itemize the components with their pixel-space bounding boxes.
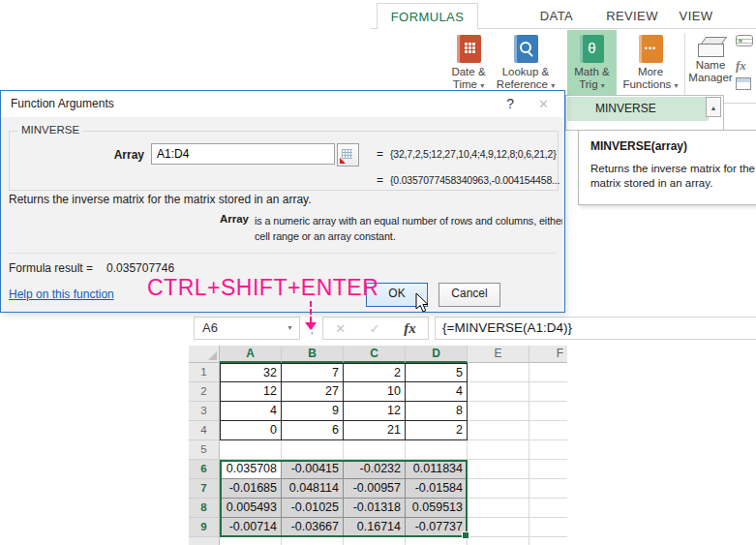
cell-C6[interactable]: -0.0232 (344, 460, 406, 479)
name-box[interactable]: A6 ▼ (194, 317, 300, 340)
cell-E3[interactable] (468, 402, 529, 421)
column-header-b[interactable]: B (282, 346, 344, 363)
cell-D7[interactable]: -0.01584 (406, 479, 468, 499)
cell-C3[interactable]: 12 (344, 402, 406, 421)
cell-B7[interactable]: 0.048114 (282, 479, 344, 499)
cell-C2[interactable]: 10 (344, 382, 406, 402)
cell-C1[interactable]: 2 (344, 363, 406, 382)
more-functions-button[interactable]: ••• MoreFunctions ▾ (618, 30, 683, 101)
column-header-c[interactable]: C (344, 346, 406, 363)
cell-A6[interactable]: 0.035708 (220, 460, 282, 479)
cell-C10[interactable] (344, 537, 406, 545)
cell-E9[interactable] (468, 518, 529, 537)
row-header-3[interactable]: 3 (189, 402, 220, 421)
cell-C7[interactable]: -0.00957 (344, 479, 406, 499)
column-header-d[interactable]: D (406, 346, 468, 363)
row-header-8[interactable]: 8 (189, 499, 220, 518)
tab-view[interactable]: VIEW (670, 3, 722, 29)
cell-D5[interactable] (406, 440, 468, 460)
cell-D10[interactable] (406, 537, 468, 545)
cell-F1[interactable] (529, 363, 567, 382)
cell-F5[interactable] (529, 440, 567, 460)
cell-B9[interactable]: -0.03667 (282, 518, 344, 537)
create-from-selection-button[interactable] (736, 77, 755, 95)
tab-review[interactable]: REVIEW (600, 3, 664, 29)
cell-B6[interactable]: -0.00415 (282, 460, 344, 479)
cancel-entry-icon[interactable]: ✕ (335, 321, 346, 336)
help-on-function-link[interactable]: Help on this function (9, 288, 114, 301)
cell-B5[interactable] (282, 440, 344, 460)
close-icon[interactable]: ✕ (538, 91, 549, 117)
row-header-6[interactable]: 6 (189, 460, 220, 479)
cell-A3[interactable]: 4 (220, 402, 282, 421)
cell-E10[interactable] (468, 537, 529, 545)
dropdown-item-minverse[interactable]: MINVERSE (567, 97, 709, 121)
column-header-e[interactable]: E (468, 346, 529, 363)
cell-E8[interactable] (468, 499, 529, 518)
cell-F4[interactable] (529, 421, 567, 440)
cell-F9[interactable] (529, 518, 567, 537)
help-icon[interactable]: ? (506, 91, 514, 117)
cell-B3[interactable]: 9 (282, 402, 344, 421)
row-header-10[interactable] (189, 537, 220, 545)
cell-C5[interactable] (344, 440, 406, 460)
cell-D4[interactable]: 2 (406, 421, 468, 440)
cell-D6[interactable]: 0.011834 (406, 460, 468, 479)
formula-bar-input[interactable]: {=MINVERSE(A1:D4)} (435, 317, 756, 340)
cell-E4[interactable] (468, 421, 529, 440)
cell-A2[interactable]: 12 (220, 382, 282, 402)
cell-C4[interactable]: 21 (344, 421, 406, 440)
cell-A7[interactable]: -0.01685 (220, 479, 282, 499)
cell-D1[interactable]: 5 (406, 363, 468, 382)
cell-F2[interactable] (529, 382, 567, 402)
row-header-9[interactable]: 9 (189, 518, 220, 537)
confirm-entry-icon[interactable]: ✓ (370, 321, 380, 336)
cell-F10[interactable] (529, 537, 567, 545)
define-name-button[interactable] (736, 35, 755, 52)
cell-E6[interactable] (468, 460, 529, 479)
row-header-1[interactable]: 1 (189, 363, 220, 382)
insert-function-icon[interactable]: fx (404, 320, 416, 337)
chevron-down-icon[interactable]: ▼ (287, 318, 293, 339)
row-header-4[interactable]: 4 (189, 421, 220, 440)
cell-A1[interactable]: 32 (220, 363, 282, 382)
cell-E1[interactable] (468, 363, 529, 382)
use-in-formula-button[interactable]: fx (736, 56, 755, 74)
select-all-button[interactable] (189, 346, 220, 363)
cell-D2[interactable]: 4 (406, 382, 468, 402)
cell-C9[interactable]: 0.16714 (344, 518, 406, 537)
cell-A8[interactable]: 0.005493 (220, 499, 282, 518)
tab-formulas[interactable]: FORMULAS (377, 3, 478, 29)
array-input[interactable] (151, 143, 335, 165)
name-manager-button[interactable]: NameManager (687, 30, 734, 101)
cell-F8[interactable] (529, 499, 567, 518)
cell-A4[interactable]: 0 (220, 421, 282, 440)
row-header-5[interactable]: 5 (189, 440, 220, 460)
cell-B2[interactable]: 27 (282, 382, 344, 402)
cell-B4[interactable]: 6 (282, 421, 344, 440)
dropdown-scroll-up-button[interactable]: ▲ (706, 97, 721, 117)
cell-F6[interactable] (529, 460, 567, 479)
cell-B8[interactable]: -0.01025 (282, 499, 344, 518)
cancel-button[interactable]: Cancel (438, 283, 500, 307)
cell-A10[interactable] (220, 537, 282, 545)
cell-C8[interactable]: -0.01318 (344, 499, 406, 518)
tab-data[interactable]: DATA (528, 3, 586, 29)
column-header-f[interactable]: F (529, 346, 567, 363)
dialog-title-bar[interactable]: Function Arguments ? ✕ (1, 91, 564, 117)
cell-A9[interactable]: -0.00714 (220, 518, 282, 537)
cell-D8[interactable]: 0.059513 (406, 499, 468, 518)
cell-B10[interactable] (282, 537, 344, 545)
cell-F3[interactable] (529, 402, 567, 421)
cell-F7[interactable] (529, 479, 567, 499)
cell-A5[interactable] (220, 440, 282, 460)
row-header-2[interactable]: 2 (189, 382, 220, 402)
cell-E5[interactable] (468, 440, 529, 460)
cell-D3[interactable]: 8 (406, 402, 468, 421)
cell-E2[interactable] (468, 382, 529, 402)
range-picker-button[interactable] (337, 143, 359, 167)
cell-D9[interactable]: -0.07737 (406, 518, 468, 537)
column-header-a[interactable]: A (220, 346, 282, 363)
math-trig-button[interactable]: θ Math &Trig ▾ (567, 30, 617, 101)
cell-B1[interactable]: 7 (282, 363, 344, 382)
